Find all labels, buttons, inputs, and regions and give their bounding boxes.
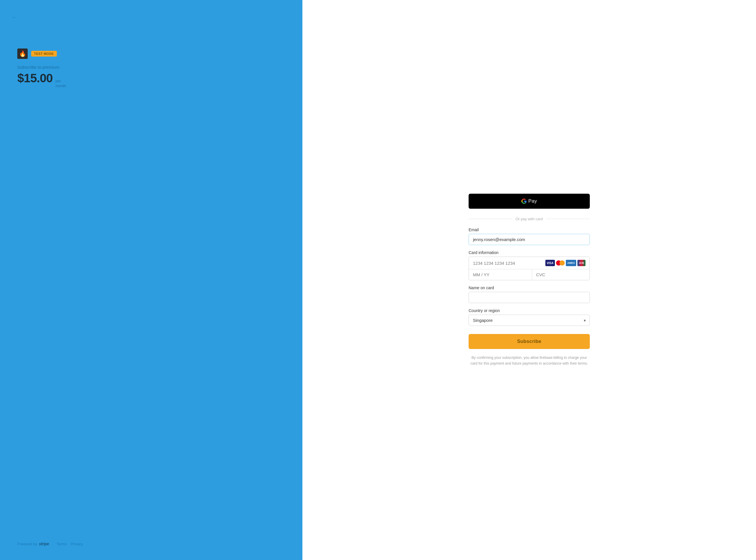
name-field-group: Name on card bbox=[469, 285, 590, 303]
country-field-group: Country or region Singapore United State… bbox=[469, 308, 590, 326]
powered-by-text: Powered by bbox=[17, 542, 37, 546]
divider-text: Or pay with card bbox=[516, 217, 543, 221]
terms-link[interactable]: Terms bbox=[57, 542, 67, 546]
email-label: Email bbox=[469, 227, 590, 232]
subscribe-label: Subscribe to premium bbox=[17, 65, 285, 69]
right-panel: Pay Or pay with card Email Card informat… bbox=[302, 0, 756, 560]
country-select-wrapper: Singapore United States United Kingdom A… bbox=[469, 315, 590, 326]
google-pay-button[interactable]: Pay bbox=[469, 194, 590, 209]
card-info-wrapper: VISA AMEX JCB bbox=[469, 257, 590, 280]
card-info-field-group: Card information VISA AMEX JCB bbox=[469, 250, 590, 280]
cvc-row bbox=[532, 269, 590, 280]
stripe-logo: stripe bbox=[39, 542, 49, 546]
privacy-link[interactable]: Privacy bbox=[71, 542, 83, 546]
visa-icon: VISA bbox=[545, 260, 555, 266]
price-row: $15.00 per month bbox=[17, 71, 285, 88]
cvc-input[interactable] bbox=[532, 269, 590, 280]
google-g-icon bbox=[522, 199, 527, 204]
country-label: Country or region bbox=[469, 308, 590, 313]
name-input[interactable] bbox=[469, 292, 590, 303]
test-mode-badge: TEST MODE bbox=[31, 51, 57, 57]
form-container: Pay Or pay with card Email Card informat… bbox=[469, 194, 590, 366]
expiry-cvc-row bbox=[469, 269, 590, 280]
card-icons: VISA AMEX JCB bbox=[545, 260, 586, 266]
email-input[interactable] bbox=[469, 234, 590, 245]
back-arrow-icon: ← bbox=[12, 15, 17, 20]
back-button[interactable]: ← bbox=[12, 15, 17, 20]
divider-right bbox=[546, 219, 590, 219]
gpay-text: Pay bbox=[528, 198, 537, 204]
header-row: 🔥 TEST MODE bbox=[17, 48, 285, 59]
divider-left bbox=[469, 219, 512, 219]
subscribe-button[interactable]: Subscribe bbox=[469, 334, 590, 349]
price-amount: $15.00 bbox=[17, 71, 53, 85]
price-period: per month bbox=[55, 79, 66, 88]
card-number-row: VISA AMEX JCB bbox=[469, 257, 590, 269]
left-panel: ← 🔥 TEST MODE Subscribe to premium $15.0… bbox=[0, 0, 302, 560]
consent-text: By confirming your subscription, you all… bbox=[469, 355, 590, 366]
jcb-icon: JCB bbox=[577, 260, 586, 266]
divider-row: Or pay with card bbox=[469, 217, 590, 221]
amex-icon: AMEX bbox=[566, 260, 576, 266]
country-select[interactable]: Singapore United States United Kingdom A… bbox=[469, 315, 590, 326]
firebase-icon: 🔥 bbox=[17, 48, 28, 59]
name-label: Name on card bbox=[469, 285, 590, 290]
footer-links: Terms Privacy bbox=[57, 542, 83, 546]
card-info-label: Card information bbox=[469, 250, 590, 255]
expiry-input[interactable] bbox=[469, 269, 532, 280]
mastercard-icon bbox=[556, 260, 565, 266]
email-field-group: Email bbox=[469, 227, 590, 245]
card-number-input[interactable] bbox=[473, 261, 543, 265]
left-footer: Powered by stripe Terms Privacy bbox=[17, 542, 285, 546]
